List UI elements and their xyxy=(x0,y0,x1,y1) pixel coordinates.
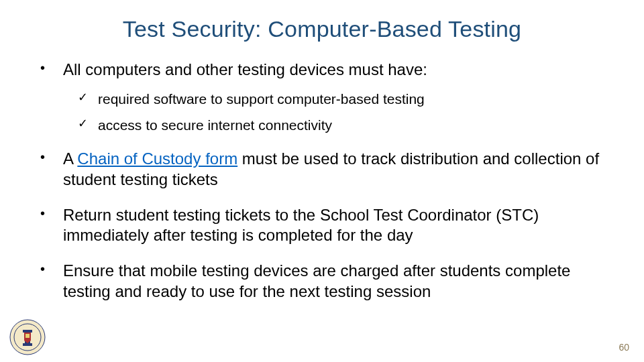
sub-item: required software to support computer-ba… xyxy=(78,90,613,108)
svg-rect-2 xyxy=(25,334,30,338)
sub-list: required software to support computer-ba… xyxy=(63,90,613,135)
bullet-list: All computers and other testing devices … xyxy=(27,60,617,302)
chain-of-custody-link[interactable]: Chain of Custody form xyxy=(77,149,237,168)
slide-title: Test Security: Computer-Based Testing xyxy=(27,16,617,42)
page-number: 60 xyxy=(619,342,629,353)
bullet-text: All computers and other testing devices … xyxy=(63,60,427,78)
sub-text: access to secure internet connectivity xyxy=(98,117,332,133)
sub-text: required software to support computer-ba… xyxy=(98,91,425,107)
nj-doe-seal-icon xyxy=(9,319,46,355)
bullet-prefix: A xyxy=(63,149,77,168)
bullet-item: A Chain of Custody form must be used to … xyxy=(31,149,613,190)
bullet-text: Return student testing tickets to the Sc… xyxy=(63,206,539,245)
bullet-item: Ensure that mobile testing devices are c… xyxy=(31,261,613,302)
bullet-item: Return student testing tickets to the Sc… xyxy=(31,205,613,246)
bullet-text: Ensure that mobile testing devices are c… xyxy=(63,261,570,300)
bullet-item: All computers and other testing devices … xyxy=(31,60,613,134)
slide: Test Security: Computer-Based Testing Al… xyxy=(0,0,644,362)
sub-item: access to secure internet connectivity xyxy=(78,116,613,134)
